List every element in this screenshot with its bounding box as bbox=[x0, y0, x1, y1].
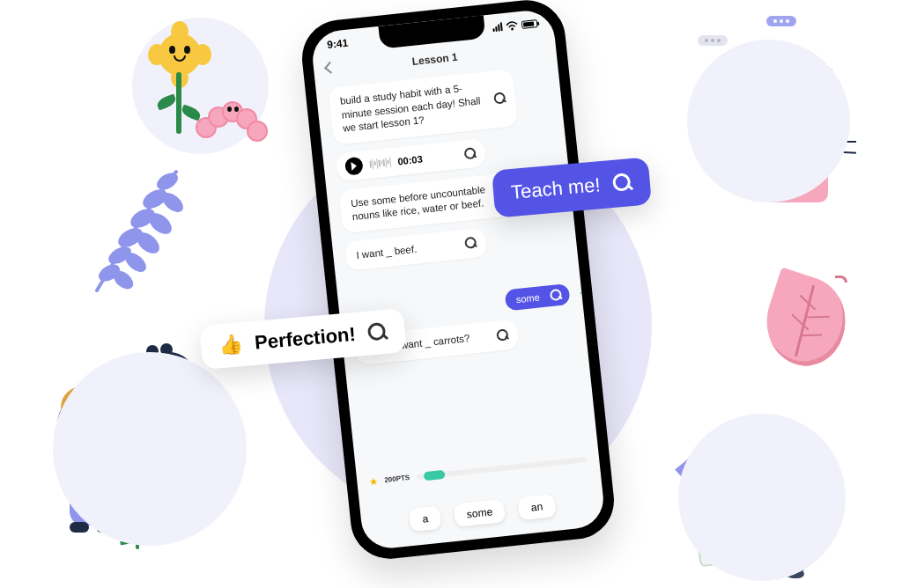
teach-me-text: Teach me! bbox=[510, 173, 601, 204]
chat-area: build a study habit with a 5-minute sess… bbox=[315, 59, 598, 473]
prompt1-bubble: I want _ beef. bbox=[344, 227, 488, 271]
svg-point-0 bbox=[511, 27, 514, 30]
option-some[interactable]: some bbox=[454, 499, 506, 527]
waveform-icon bbox=[369, 157, 391, 169]
phone-screen: 9:41 Lesson 1 bbox=[310, 8, 606, 551]
back-chevron-icon[interactable] bbox=[324, 62, 336, 74]
intro-message-bubble: build a study habit with a 5-minute sess… bbox=[328, 69, 518, 144]
pink-leaf-illustration bbox=[766, 277, 846, 365]
user-answer-bubble: some bbox=[505, 283, 571, 311]
option-a[interactable]: a bbox=[409, 506, 441, 532]
flower-illustration bbox=[132, 18, 269, 154]
play-icon[interactable] bbox=[344, 156, 364, 175]
people-illustration bbox=[53, 352, 247, 546]
search-icon[interactable] bbox=[550, 289, 563, 302]
speech-bubble-icon bbox=[766, 16, 796, 26]
search-icon[interactable] bbox=[463, 147, 477, 160]
status-time: 9:41 bbox=[327, 37, 349, 51]
search-icon[interactable] bbox=[493, 92, 506, 105]
phone-mockup: 9:41 Lesson 1 bbox=[299, 0, 618, 562]
audio-duration: 00:03 bbox=[397, 153, 423, 166]
search-icon[interactable] bbox=[496, 328, 509, 342]
search-icon[interactable] bbox=[367, 322, 388, 343]
battery-icon bbox=[521, 19, 538, 29]
prompt1-text: I want _ beef. bbox=[356, 243, 418, 260]
search-icon[interactable] bbox=[611, 173, 632, 194]
signal-icon bbox=[492, 22, 503, 32]
search-icon[interactable] bbox=[464, 237, 477, 250]
audio-message[interactable]: 00:03 bbox=[335, 138, 486, 182]
birds-illustration bbox=[687, 40, 850, 202]
intro-message-text: build a study habit with a 5-minute sess… bbox=[339, 83, 481, 133]
option-an[interactable]: an bbox=[518, 494, 557, 520]
lesson-title: Lesson 1 bbox=[411, 51, 458, 68]
rule-message-text: Use some before uncountable nouns like r… bbox=[351, 184, 486, 222]
perfection-text: Perfection! bbox=[254, 323, 357, 355]
signpost-illustration bbox=[678, 414, 846, 581]
speech-bubble-icon bbox=[698, 35, 728, 46]
fern-leaf-illustration bbox=[79, 158, 194, 303]
wifi-icon bbox=[506, 20, 519, 31]
thumbs-up-icon: 👍 bbox=[218, 333, 243, 357]
user-answer-text: some bbox=[515, 292, 540, 305]
